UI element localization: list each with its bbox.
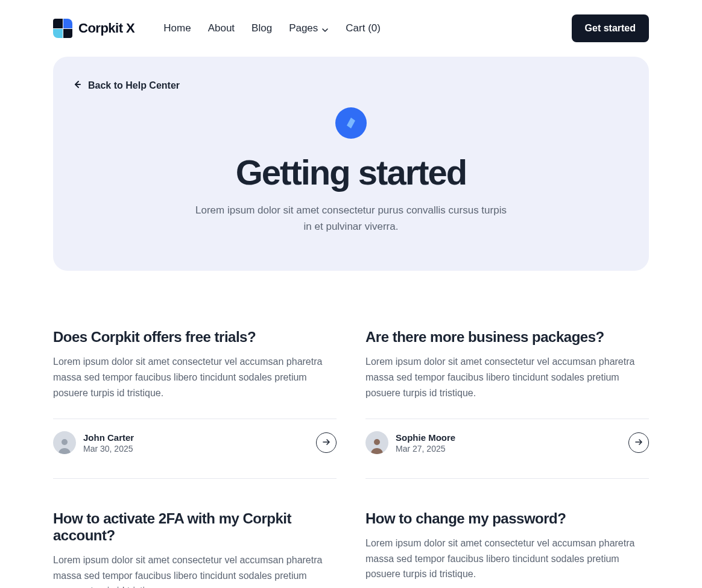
back-to-help-link[interactable]: Back to Help Center (72, 80, 630, 92)
avatar (365, 431, 388, 454)
get-started-button[interactable]: Get started (572, 14, 649, 42)
hero-section: Back to Help Center Getting started Lore… (0, 57, 702, 271)
header-left: Corpkit X Home About Blog Pages Cart (0) (53, 19, 381, 38)
article-author[interactable]: Sophie Moore Mar 27, 2025 (365, 431, 455, 454)
article-title: Does Corpkit offers free trials? (53, 329, 337, 346)
article-date: Mar 27, 2025 (396, 444, 455, 454)
chevron-down-icon (321, 25, 329, 32)
arrow-right-icon (634, 437, 644, 449)
article-title: How to change my password? (365, 510, 649, 527)
nav-pages[interactable]: Pages (289, 22, 329, 34)
site-header: Corpkit X Home About Blog Pages Cart (0)… (0, 0, 702, 57)
article-footer: John Carter Mar 30, 2025 (53, 419, 337, 454)
nav-home[interactable]: Home (163, 22, 191, 34)
read-more-button[interactable] (628, 432, 649, 453)
nav-cart[interactable]: Cart (0) (346, 22, 381, 34)
article-excerpt: Lorem ipsum dolor sit amet consectetur v… (365, 354, 649, 400)
article-excerpt: Lorem ipsum dolor sit amet consectetur v… (53, 552, 337, 588)
article-card[interactable]: How to activate 2FA with my Corpkit acco… (53, 510, 337, 588)
nav-blog[interactable]: Blog (251, 22, 272, 34)
avatar (53, 431, 76, 454)
article-author[interactable]: John Carter Mar 30, 2025 (53, 431, 134, 454)
author-name: Sophie Moore (396, 432, 455, 443)
svg-point-0 (62, 439, 68, 445)
nav-about[interactable]: About (208, 22, 235, 34)
author-name: John Carter (83, 432, 134, 443)
brand-name: Corpkit X (78, 21, 134, 36)
article-title: Are there more business packages? (365, 329, 649, 346)
article-footer: Sophie Moore Mar 27, 2025 (365, 419, 649, 454)
primary-nav: Home About Blog Pages Cart (0) (163, 22, 381, 34)
hero-card: Back to Help Center Getting started Lore… (53, 57, 649, 271)
article-card[interactable]: Does Corpkit offers free trials? Lorem i… (53, 329, 337, 479)
back-link-label: Back to Help Center (88, 80, 180, 91)
brand-logo[interactable]: Corpkit X (53, 19, 134, 38)
logo-mark-icon (53, 19, 72, 38)
nav-pages-label: Pages (289, 22, 318, 34)
read-more-button[interactable] (316, 432, 337, 453)
article-excerpt: Lorem ipsum dolor sit amet consectetur v… (53, 354, 337, 400)
page-subtitle: Lorem ipsum dolor sit amet consectetur p… (194, 202, 508, 235)
articles-grid: Does Corpkit offers free trials? Lorem i… (0, 271, 702, 588)
article-card[interactable]: How to change my password? Lorem ipsum d… (365, 510, 649, 588)
article-excerpt: Lorem ipsum dolor sit amet consectetur v… (365, 536, 649, 582)
page-title: Getting started (72, 152, 630, 192)
article-title: How to activate 2FA with my Corpkit acco… (53, 510, 337, 544)
article-card[interactable]: Are there more business packages? Lorem … (365, 329, 649, 479)
svg-point-1 (374, 439, 380, 445)
arrow-right-icon (321, 437, 331, 449)
article-date: Mar 30, 2025 (83, 444, 134, 454)
arrow-left-icon (72, 80, 82, 92)
hero-category-icon (335, 107, 367, 139)
